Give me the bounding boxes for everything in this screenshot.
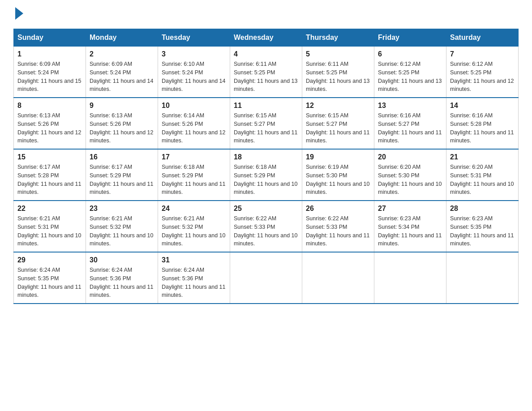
calendar-cell: 20 Sunrise: 6:20 AMSunset: 5:30 PMDaylig… (374, 149, 446, 201)
day-info: Sunrise: 6:24 AMSunset: 5:36 PMDaylight:… (90, 267, 153, 298)
week-row-3: 15 Sunrise: 6:17 AMSunset: 5:28 PMDaylig… (14, 149, 519, 201)
week-row-4: 22 Sunrise: 6:21 AMSunset: 5:31 PMDaylig… (14, 201, 519, 252)
day-info: Sunrise: 6:18 AMSunset: 5:29 PMDaylight:… (234, 164, 297, 195)
day-number: 11 (234, 102, 298, 110)
day-info: Sunrise: 6:21 AMSunset: 5:32 PMDaylight:… (162, 215, 225, 247)
calendar-cell: 13 Sunrise: 6:16 AMSunset: 5:27 PMDaylig… (374, 98, 446, 149)
day-number: 1 (17, 50, 82, 58)
calendar-cell: 28 Sunrise: 6:23 AMSunset: 5:35 PMDaylig… (446, 201, 519, 252)
calendar-table: SundayMondayTuesdayWednesdayThursdayFrid… (13, 29, 519, 304)
calendar-cell: 1 Sunrise: 6:09 AMSunset: 5:24 PMDayligh… (14, 47, 86, 98)
header-sunday: Sunday (14, 29, 86, 47)
day-number: 24 (162, 205, 226, 213)
header-thursday: Thursday (302, 29, 374, 47)
day-info: Sunrise: 6:13 AMSunset: 5:26 PMDaylight:… (17, 112, 81, 144)
calendar-cell: 18 Sunrise: 6:18 AMSunset: 5:29 PMDaylig… (230, 149, 302, 201)
calendar-cell: 8 Sunrise: 6:13 AMSunset: 5:26 PMDayligh… (14, 98, 86, 149)
day-number: 30 (90, 256, 154, 264)
calendar-cell: 5 Sunrise: 6:11 AMSunset: 5:25 PMDayligh… (302, 47, 374, 98)
day-number: 26 (306, 205, 370, 213)
calendar-cell: 16 Sunrise: 6:17 AMSunset: 5:29 PMDaylig… (86, 149, 158, 201)
day-info: Sunrise: 6:12 AMSunset: 5:25 PMDaylight:… (378, 61, 442, 92)
day-number: 27 (378, 205, 442, 213)
day-number: 21 (450, 153, 515, 161)
day-info: Sunrise: 6:11 AMSunset: 5:25 PMDaylight:… (306, 61, 369, 92)
day-number: 16 (90, 153, 154, 161)
calendar-cell: 29 Sunrise: 6:24 AMSunset: 5:35 PMDaylig… (14, 252, 86, 304)
day-number: 17 (162, 153, 226, 161)
calendar-cell: 17 Sunrise: 6:18 AMSunset: 5:29 PMDaylig… (158, 149, 230, 201)
calendar-cell: 12 Sunrise: 6:15 AMSunset: 5:27 PMDaylig… (302, 98, 374, 149)
day-number: 10 (162, 102, 226, 110)
day-number: 31 (162, 256, 226, 264)
day-info: Sunrise: 6:16 AMSunset: 5:28 PMDaylight:… (450, 112, 514, 144)
week-row-2: 8 Sunrise: 6:13 AMSunset: 5:26 PMDayligh… (14, 98, 519, 149)
calendar-cell: 7 Sunrise: 6:12 AMSunset: 5:25 PMDayligh… (446, 47, 519, 98)
calendar-cell: 23 Sunrise: 6:21 AMSunset: 5:32 PMDaylig… (86, 201, 158, 252)
header-friday: Friday (374, 29, 446, 47)
day-info: Sunrise: 6:10 AMSunset: 5:24 PMDaylight:… (162, 61, 225, 92)
day-info: Sunrise: 6:15 AMSunset: 5:27 PMDaylight:… (306, 112, 369, 144)
logo-arrow-icon (15, 7, 23, 20)
calendar-cell: 4 Sunrise: 6:11 AMSunset: 5:25 PMDayligh… (230, 47, 302, 98)
calendar-header-row: SundayMondayTuesdayWednesdayThursdayFrid… (14, 29, 519, 47)
calendar-cell (446, 252, 519, 304)
calendar-cell: 3 Sunrise: 6:10 AMSunset: 5:24 PMDayligh… (158, 47, 230, 98)
header-tuesday: Tuesday (158, 29, 230, 47)
calendar-cell: 30 Sunrise: 6:24 AMSunset: 5:36 PMDaylig… (86, 252, 158, 304)
day-number: 9 (90, 102, 154, 110)
calendar-cell: 26 Sunrise: 6:22 AMSunset: 5:33 PMDaylig… (302, 201, 374, 252)
day-info: Sunrise: 6:24 AMSunset: 5:36 PMDaylight:… (162, 267, 225, 298)
week-row-5: 29 Sunrise: 6:24 AMSunset: 5:35 PMDaylig… (14, 252, 519, 304)
day-info: Sunrise: 6:20 AMSunset: 5:30 PMDaylight:… (378, 164, 442, 195)
day-info: Sunrise: 6:17 AMSunset: 5:28 PMDaylight:… (17, 164, 81, 195)
calendar-cell: 27 Sunrise: 6:23 AMSunset: 5:34 PMDaylig… (374, 201, 446, 252)
day-info: Sunrise: 6:16 AMSunset: 5:27 PMDaylight:… (378, 112, 442, 144)
day-info: Sunrise: 6:23 AMSunset: 5:34 PMDaylight:… (378, 215, 442, 247)
calendar-cell: 25 Sunrise: 6:22 AMSunset: 5:33 PMDaylig… (230, 201, 302, 252)
day-info: Sunrise: 6:24 AMSunset: 5:35 PMDaylight:… (17, 267, 81, 298)
day-number: 23 (90, 205, 154, 213)
day-number: 4 (234, 50, 298, 58)
day-info: Sunrise: 6:17 AMSunset: 5:29 PMDaylight:… (90, 164, 153, 195)
day-number: 6 (378, 50, 442, 58)
calendar-cell: 21 Sunrise: 6:20 AMSunset: 5:31 PMDaylig… (446, 149, 519, 201)
calendar-cell: 15 Sunrise: 6:17 AMSunset: 5:28 PMDaylig… (14, 149, 86, 201)
day-info: Sunrise: 6:15 AMSunset: 5:27 PMDaylight:… (234, 112, 297, 144)
calendar-cell (374, 252, 446, 304)
calendar-cell: 19 Sunrise: 6:19 AMSunset: 5:30 PMDaylig… (302, 149, 374, 201)
day-info: Sunrise: 6:21 AMSunset: 5:32 PMDaylight:… (90, 215, 153, 247)
header-monday: Monday (86, 29, 158, 47)
calendar-cell: 9 Sunrise: 6:13 AMSunset: 5:26 PMDayligh… (86, 98, 158, 149)
day-info: Sunrise: 6:21 AMSunset: 5:31 PMDaylight:… (17, 215, 81, 247)
day-number: 29 (17, 256, 82, 264)
calendar-cell: 2 Sunrise: 6:09 AMSunset: 5:24 PMDayligh… (86, 47, 158, 98)
day-number: 7 (450, 50, 515, 58)
page-header (13, 9, 519, 20)
week-row-1: 1 Sunrise: 6:09 AMSunset: 5:24 PMDayligh… (14, 47, 519, 98)
day-info: Sunrise: 6:09 AMSunset: 5:24 PMDaylight:… (17, 61, 81, 92)
calendar-cell: 31 Sunrise: 6:24 AMSunset: 5:36 PMDaylig… (158, 252, 230, 304)
day-number: 13 (378, 102, 442, 110)
day-number: 14 (450, 102, 515, 110)
calendar-cell: 24 Sunrise: 6:21 AMSunset: 5:32 PMDaylig… (158, 201, 230, 252)
day-number: 2 (90, 50, 154, 58)
calendar-cell: 14 Sunrise: 6:16 AMSunset: 5:28 PMDaylig… (446, 98, 519, 149)
calendar-cell: 11 Sunrise: 6:15 AMSunset: 5:27 PMDaylig… (230, 98, 302, 149)
day-info: Sunrise: 6:14 AMSunset: 5:26 PMDaylight:… (162, 112, 225, 144)
calendar-cell: 22 Sunrise: 6:21 AMSunset: 5:31 PMDaylig… (14, 201, 86, 252)
calendar-cell: 10 Sunrise: 6:14 AMSunset: 5:26 PMDaylig… (158, 98, 230, 149)
logo (13, 9, 25, 20)
day-info: Sunrise: 6:19 AMSunset: 5:30 PMDaylight:… (306, 164, 369, 195)
day-info: Sunrise: 6:22 AMSunset: 5:33 PMDaylight:… (306, 215, 369, 247)
day-number: 8 (17, 102, 82, 110)
day-number: 20 (378, 153, 442, 161)
header-saturday: Saturday (446, 29, 519, 47)
day-info: Sunrise: 6:23 AMSunset: 5:35 PMDaylight:… (450, 215, 514, 247)
day-number: 25 (234, 205, 298, 213)
day-number: 18 (234, 153, 298, 161)
calendar-cell: 6 Sunrise: 6:12 AMSunset: 5:25 PMDayligh… (374, 47, 446, 98)
calendar-cell (302, 252, 374, 304)
day-info: Sunrise: 6:20 AMSunset: 5:31 PMDaylight:… (450, 164, 514, 195)
day-info: Sunrise: 6:13 AMSunset: 5:26 PMDaylight:… (90, 112, 153, 144)
